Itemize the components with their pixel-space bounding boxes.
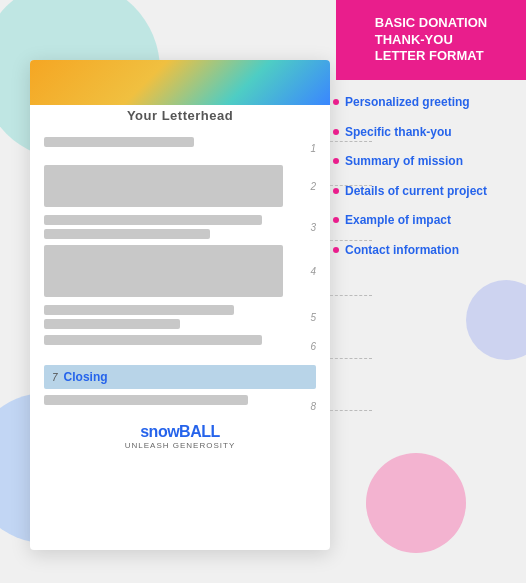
row-number-8: 8 (310, 401, 316, 412)
letter-card: Your Letterhead 1 2 3 (30, 60, 330, 550)
bullet-6: Contact information (333, 243, 518, 259)
snowball-logo: snowBALL Unleash Generosity (44, 423, 316, 454)
letter-row-1: 1 (44, 137, 316, 159)
bullet-1: Personalized greeting (333, 95, 518, 111)
bullet-text-3: Summary of mission (345, 154, 463, 170)
gray-block-3b (44, 229, 210, 239)
letter-row-8: 8 (44, 395, 316, 417)
row-number-6: 6 (310, 341, 316, 352)
connector-4 (330, 295, 372, 296)
bullet-text-1: Personalized greeting (345, 95, 470, 111)
gray-block-5b (44, 319, 180, 329)
bullet-dot-2 (333, 129, 339, 135)
bullet-text-6: Contact information (345, 243, 459, 259)
bullets-panel: Personalized greeting Specific thank-you… (333, 95, 518, 273)
main-container: BASIC DONATION THANK-YOU LETTER FORMAT Y… (0, 0, 526, 583)
header-bar: BASIC DONATION THANK-YOU LETTER FORMAT (336, 0, 526, 80)
gray-block-3a (44, 215, 262, 225)
letter-row-3: 3 (44, 215, 316, 239)
bullet-dot-6 (333, 247, 339, 253)
connector-6 (330, 410, 372, 411)
row3-inner (44, 215, 316, 239)
gray-block-6 (44, 335, 262, 345)
letter-row-4: 4 (44, 245, 316, 297)
row-number-7: 7 (52, 372, 58, 383)
row-number-5: 5 (310, 312, 316, 323)
blob-mid-right (466, 280, 526, 360)
letter-body: 1 2 3 4 (30, 125, 330, 462)
row-number-2: 2 (310, 181, 316, 192)
row-number-3: 3 (310, 222, 316, 233)
closing-label: Closing (64, 370, 108, 384)
bullet-text-4: Details of current project (345, 184, 487, 200)
bullet-dot-1 (333, 99, 339, 105)
letterhead-title: Your Letterhead (30, 108, 330, 123)
letter-row-6: 6 (44, 335, 316, 357)
gray-block-2 (44, 165, 283, 207)
letter-row-7: 7 Closing (44, 365, 316, 389)
bullet-dot-5 (333, 217, 339, 223)
bullet-dot-3 (333, 158, 339, 164)
bullet-text-2: Specific thank-you (345, 125, 452, 141)
header-title: BASIC DONATION THANK-YOU LETTER FORMAT (375, 15, 487, 66)
snowball-tagline: Unleash Generosity (44, 441, 316, 450)
bullet-dot-4 (333, 188, 339, 194)
row-number-1: 1 (310, 143, 316, 154)
bullet-4: Details of current project (333, 184, 518, 200)
snowball-name-start: snow (140, 423, 179, 440)
blob-bottom-right (366, 453, 466, 553)
bullet-2: Specific thank-you (333, 125, 518, 141)
letterhead-gradient (30, 60, 330, 105)
letter-row-2: 2 (44, 165, 316, 207)
gray-block-8 (44, 395, 248, 405)
gray-block-1 (44, 137, 194, 147)
gray-block-5a (44, 305, 234, 315)
letter-row-5: 5 (44, 305, 316, 329)
snowball-name-bold: BALL (179, 423, 220, 440)
bullet-5: Example of impact (333, 213, 518, 229)
bullet-3: Summary of mission (333, 154, 518, 170)
connector-5 (330, 358, 372, 359)
letterhead-header: Your Letterhead (30, 60, 330, 125)
snowball-name: snowBALL (44, 423, 316, 441)
gray-block-4 (44, 245, 283, 297)
row-number-4: 4 (310, 266, 316, 277)
bullet-text-5: Example of impact (345, 213, 451, 229)
row7-closing: 7 Closing (44, 365, 316, 389)
